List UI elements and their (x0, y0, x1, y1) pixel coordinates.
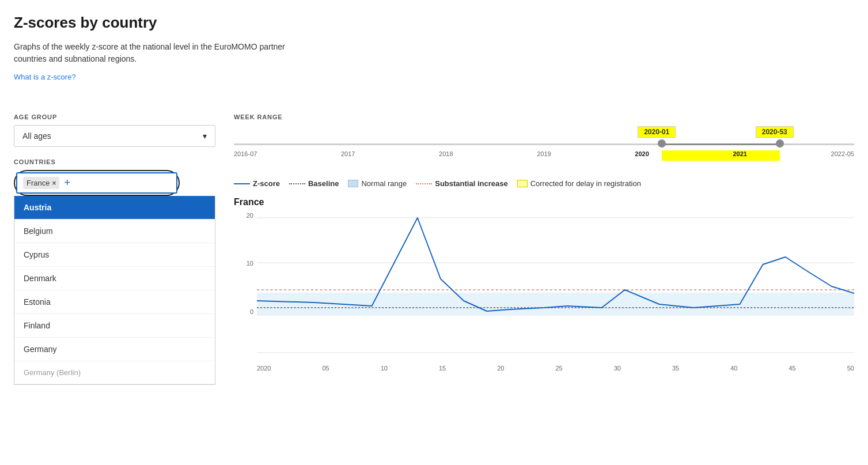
year-label-3: 2019 (537, 150, 551, 157)
legend-baseline-label: Baseline (308, 179, 339, 188)
dropdown-item-cyprus[interactable]: Cyprus (14, 243, 215, 267)
age-group-value: All ages (22, 131, 51, 141)
year-label-5: 2021 (733, 150, 746, 157)
slider-handle-left[interactable] (658, 139, 666, 148)
tag-label: France (26, 179, 50, 187)
y-label-10: 10 (247, 260, 253, 267)
legend-zscore: Z-score (234, 179, 280, 188)
x-label-45: 45 (789, 365, 795, 372)
countries-input-circle: France × + (14, 170, 180, 196)
chart-title: France (234, 197, 854, 207)
slider-handle-right[interactable] (776, 139, 784, 148)
x-label-40: 40 (730, 365, 737, 372)
dropdown-item-germany[interactable]: Germany (14, 338, 215, 361)
x-label-15: 15 (439, 365, 446, 372)
year-label-4: 2020 (635, 150, 649, 157)
range-end-tooltip: 2020-53 (756, 126, 794, 138)
legend-baseline-line (289, 183, 305, 184)
legend-substantial-line (416, 183, 432, 184)
week-range-section: WEEK RANGE 2020-01 2020-53 (234, 114, 854, 165)
year-label-0: 2016-07 (234, 150, 257, 157)
range-start-tooltip: 2020-01 (638, 126, 676, 138)
week-range-label: WEEK RANGE (234, 114, 854, 120)
x-label-50: 50 (847, 365, 854, 372)
legend-corrected: Corrected for delay in registration (517, 179, 641, 188)
chart-container: 20 10 0 x (234, 212, 854, 379)
age-group-label: AGE GROUP (14, 114, 215, 120)
year-label-6: 2022-05 (831, 150, 854, 157)
year-label-2: 2018 (439, 150, 453, 157)
legend-substantial: Substantial increase (416, 179, 507, 188)
age-group-select[interactable]: All ages ▾ (14, 125, 215, 147)
legend-corrected-label: Corrected for delay in registration (530, 179, 641, 188)
legend-zscore-label: Z-score (253, 179, 280, 188)
x-label-30: 30 (614, 365, 621, 372)
dropdown-item-denmark[interactable]: Denmark (14, 267, 215, 290)
chart-svg (257, 212, 854, 362)
legend-zscore-line (234, 183, 250, 184)
legend-substantial-label: Substantial increase (435, 179, 507, 188)
tag-remove-button[interactable]: × (52, 179, 56, 187)
country-dropdown: Austria Belgium Cyprus Denmark Estonia F… (14, 196, 215, 385)
dropdown-item-finland[interactable]: Finland (14, 314, 215, 338)
x-label-2020: 2020 (257, 365, 271, 372)
selected-country-tag: France × (23, 177, 59, 189)
legend-baseline: Baseline (289, 179, 339, 188)
y-label-20: 20 (247, 212, 253, 219)
page-title: Z-scores by country (14, 14, 854, 32)
range-slider[interactable]: 2020-01 2020-53 2016-07 2017 2018 2019 2… (234, 125, 854, 165)
dropdown-item-belgium[interactable]: Belgium (14, 220, 215, 243)
chart-svg-area: 2020 05 10 15 20 25 30 35 40 45 50 (257, 212, 854, 379)
legend: Z-score Baseline Normal range Substantia… (234, 179, 854, 188)
legend-normal-label: Normal range (361, 179, 407, 188)
sidebar: AGE GROUP All ages ▾ COUNTRIES France × … (14, 114, 215, 385)
dropdown-item-austria[interactable]: Austria (14, 196, 215, 220)
chevron-down-icon: ▾ (203, 131, 207, 141)
countries-section: COUNTRIES France × + Austria (14, 158, 215, 385)
countries-input-box[interactable]: France × + (16, 172, 177, 194)
content-panel: WEEK RANGE 2020-01 2020-53 (215, 114, 854, 385)
x-label-25: 25 (555, 365, 562, 372)
x-axis: 2020 05 10 15 20 25 30 35 40 45 50 (257, 364, 854, 372)
dropdown-item-germany-berlin[interactable]: Germany (Berlin) (14, 361, 215, 384)
x-label-20: 20 (497, 365, 504, 372)
year-labels-row: 2016-07 2017 2018 2019 2020 2021 2022-05 (234, 150, 854, 157)
y-label-0: 0 (250, 308, 253, 315)
x-label-35: 35 (672, 365, 679, 372)
slider-highlight (662, 143, 780, 145)
legend-corrected-box (517, 180, 528, 187)
year-label-1: 2017 (341, 150, 355, 157)
zscore-link[interactable]: What is a z-score? (14, 73, 76, 81)
legend-normal-box (348, 180, 358, 187)
countries-label: COUNTRIES (14, 158, 215, 165)
y-axis: 20 10 0 x (234, 212, 257, 379)
dropdown-item-estonia[interactable]: Estonia (14, 290, 215, 314)
tag-add-button[interactable]: + (64, 177, 70, 189)
x-label-05: 05 (322, 365, 329, 372)
legend-normal: Normal range (348, 179, 407, 188)
page-description: Graphs of the weekly z-score at the nati… (14, 41, 313, 65)
x-label-10: 10 (381, 365, 388, 372)
